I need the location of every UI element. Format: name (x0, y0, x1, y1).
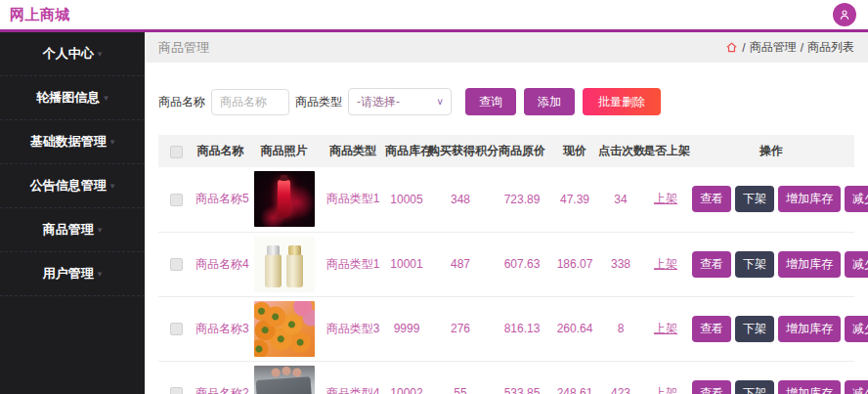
add-stock-button[interactable]: 增加库存 (778, 380, 841, 394)
reduce-stock-button[interactable]: 减少库存 (845, 251, 868, 278)
view-button[interactable]: 查看 (692, 380, 731, 394)
view-button[interactable]: 查看 (692, 186, 731, 212)
select-all-checkbox[interactable] (170, 146, 183, 158)
home-icon[interactable] (725, 41, 738, 54)
row-actions-cell: 查看下架增加库存减少库存修改删除 (688, 296, 854, 361)
table-row: 商品名称5 商品类型1 10005 348 723.89 47.39 34 上架… (158, 167, 854, 232)
top-header: 网上商城 (0, 0, 868, 32)
row-actions-cell: 查看下架增加库存减少库存修改删除 (688, 167, 854, 232)
sidebar-item-label: 轮播图信息 (36, 89, 100, 107)
reduce-stock-button[interactable]: 减少库存 (845, 186, 868, 212)
table-header-row: 商品名称 商品照片 商品类型 商品库存 购买获得积分 商品原价 现价 点击次数 … (158, 135, 854, 167)
sidebar-item-label: 个人中心 (43, 45, 94, 63)
product-name-cell: 商品名称5 (194, 167, 247, 232)
search-toolbar: 商品名称 商品类型 -请选择- ˅ 查询 添加 批量删除 (158, 88, 854, 115)
breadcrumb-separator: / (801, 41, 803, 55)
product-photo-flowers (254, 301, 315, 357)
user-icon (838, 8, 851, 22)
product-photo-laptop (254, 366, 315, 394)
product-photo-cell (247, 361, 321, 394)
product-photo-cell (247, 167, 321, 232)
table-row: 商品名称2 商品类型4 10002 55 533.85 248.61 423 上… (158, 361, 854, 394)
add-button[interactable]: 添加 (524, 88, 575, 115)
row-checkbox[interactable] (170, 387, 183, 394)
col-header-current-price: 现价 (551, 135, 598, 167)
product-name-input[interactable] (211, 89, 289, 115)
product-current-price-cell: 47.39 (551, 167, 598, 232)
product-current-price-cell: 186.07 (551, 232, 598, 296)
row-checkbox[interactable] (170, 323, 183, 335)
chevron-down-icon: ˅ (437, 97, 443, 108)
batch-delete-button[interactable]: 批量删除 (583, 88, 661, 115)
product-points-cell: 276 (428, 296, 493, 361)
breadcrumb-item-product-list[interactable]: 商品列表 (807, 39, 854, 56)
chevron-down-icon: ▾ (98, 225, 103, 235)
sidebar-item-announcements[interactable]: 公告信息管理 ▾ (0, 164, 145, 208)
product-table-body: 商品名称5 商品类型1 10005 348 723.89 47.39 34 上架… (158, 167, 854, 394)
product-type-select[interactable]: -请选择- ˅ (348, 88, 452, 115)
add-stock-button[interactable]: 增加库存 (778, 186, 841, 212)
add-stock-button[interactable]: 增加库存 (778, 251, 841, 278)
page-bar: 商品管理 / 商品管理 / 商品列表 (145, 32, 868, 63)
query-button[interactable]: 查询 (465, 88, 516, 115)
sidebar-item-personal-center[interactable]: 个人中心 ▾ (0, 32, 145, 76)
row-checkbox[interactable] (170, 194, 183, 206)
view-button[interactable]: 查看 (692, 316, 731, 342)
product-type-label: 商品类型 (295, 94, 342, 110)
page-title: 商品管理 (158, 39, 209, 57)
col-header-photo: 商品照片 (247, 135, 321, 167)
table-row: 商品名称3 商品类型3 9999 276 816.13 260.64 8 上架 … (158, 296, 854, 361)
sidebar-item-carousel-info[interactable]: 轮播图信息 ▾ (0, 76, 145, 120)
select-value: -请选择- (357, 94, 400, 110)
off-shelf-button[interactable]: 下架 (735, 251, 774, 278)
product-name-label: 商品名称 (158, 94, 205, 110)
sidebar-item-label: 基础数据管理 (30, 133, 107, 151)
row-actions-cell: 查看下架增加库存减少库存修改删除 (688, 361, 854, 394)
off-shelf-button[interactable]: 下架 (735, 316, 774, 342)
chevron-down-icon: ▾ (104, 93, 108, 103)
sidebar-item-product-management[interactable]: 商品管理 ▾ (0, 208, 145, 252)
chevron-down-icon: ▾ (98, 49, 103, 59)
product-name-cell: 商品名称4 (194, 232, 247, 296)
off-shelf-button[interactable]: 下架 (735, 186, 774, 212)
product-stock-cell: 10002 (385, 361, 428, 394)
product-original-price-cell: 816.13 (493, 296, 551, 361)
row-checkbox[interactable] (170, 258, 183, 271)
product-stock-cell: 9999 (385, 296, 428, 361)
col-header-actions: 操作 (688, 135, 854, 167)
product-clicks-cell: 423 (598, 361, 643, 394)
on-shelf-link[interactable]: 上架 (654, 386, 677, 394)
breadcrumb-separator: / (742, 41, 745, 55)
on-shelf-link[interactable]: 上架 (654, 322, 677, 335)
view-button[interactable]: 查看 (692, 251, 731, 278)
on-shelf-link[interactable]: 上架 (654, 257, 677, 271)
add-stock-button[interactable]: 增加库存 (778, 316, 841, 342)
sidebar-item-user-management[interactable]: 用户管理 ▾ (0, 252, 145, 296)
admin-app: 网上商城 个人中心 ▾ 轮播图信息 ▾ 基础数据管理 ▾ 公告信息管理 (0, 0, 868, 394)
product-type-cell: 商品类型1 (321, 232, 385, 296)
product-type-cell: 商品类型3 (321, 296, 385, 361)
product-clicks-cell: 34 (598, 167, 643, 232)
user-avatar[interactable] (833, 3, 856, 26)
breadcrumb-item-product-management[interactable]: 商品管理 (750, 39, 797, 56)
sidebar-nav: 个人中心 ▾ 轮播图信息 ▾ 基础数据管理 ▾ 公告信息管理 ▾ 商品管理 ▾ … (0, 32, 145, 394)
reduce-stock-button[interactable]: 减少库存 (845, 380, 868, 394)
row-actions-cell: 查看下架增加库存减少库存修改删除 (688, 232, 854, 296)
reduce-stock-button[interactable]: 减少库存 (845, 316, 868, 342)
col-header-name: 商品名称 (194, 135, 247, 167)
product-photo-cell (247, 232, 321, 296)
product-points-cell: 487 (428, 232, 493, 296)
sidebar-item-base-data[interactable]: 基础数据管理 ▾ (0, 120, 145, 164)
product-name-cell: 商品名称3 (194, 296, 247, 361)
app-title: 网上商城 (10, 6, 70, 24)
product-points-cell: 55 (428, 361, 493, 394)
on-shelf-link[interactable]: 上架 (654, 192, 677, 205)
col-header-clicks: 点击次数 (598, 135, 643, 167)
product-current-price-cell: 260.64 (551, 296, 598, 361)
breadcrumb: / 商品管理 / 商品列表 (725, 39, 854, 56)
product-photo-red-perfume (254, 171, 315, 227)
product-photo-cell (247, 296, 321, 361)
col-header-stock: 商品库存 (385, 135, 428, 167)
product-clicks-cell: 338 (598, 232, 643, 296)
off-shelf-button[interactable]: 下架 (735, 380, 774, 394)
